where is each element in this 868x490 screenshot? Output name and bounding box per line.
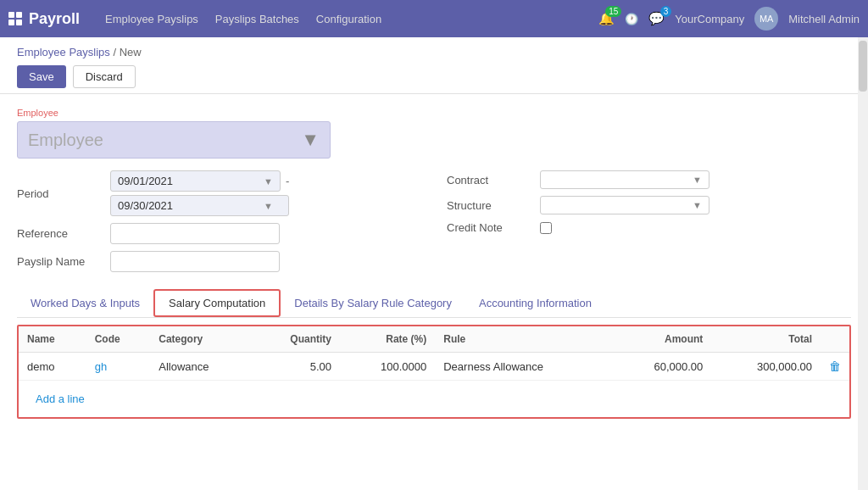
- credit-note-label: Credit Note: [447, 221, 531, 234]
- salary-computation-table: Name Code Category Quantity Rate (%) Rul…: [19, 326, 849, 417]
- contract-row: Contract ▼: [447, 170, 851, 189]
- reference-input[interactable]: [110, 223, 280, 244]
- tab-accounting-info[interactable]: Accounting Information: [465, 289, 605, 317]
- col-quantity: Quantity: [252, 326, 340, 353]
- clock-icon[interactable]: 🕐: [625, 13, 638, 25]
- cell-amount: 60,000.00: [612, 353, 712, 381]
- employee-field-group: Employee Employee ▼: [17, 108, 851, 159]
- cell-category: Allowance: [150, 353, 252, 381]
- save-button[interactable]: Save: [17, 65, 66, 88]
- nav-payslips-batches[interactable]: Payslips Batches: [215, 9, 299, 29]
- structure-row: Structure ▼: [447, 196, 851, 214]
- col-rate: Rate (%): [340, 326, 435, 353]
- cell-rate: 100.0000: [340, 353, 435, 381]
- grid-icon: [8, 12, 22, 25]
- discard-button[interactable]: Discard: [73, 65, 136, 88]
- contract-label: Contract: [447, 174, 531, 187]
- employee-label: Employee: [17, 108, 851, 118]
- company-name: YourCompany: [675, 13, 744, 25]
- period-start-input[interactable]: [118, 175, 260, 187]
- payslip-name-label: Payslip Name: [17, 255, 102, 268]
- user-name: Mitchell Admin: [788, 13, 860, 25]
- col-amount: Amount: [612, 326, 712, 353]
- scrollbar-track[interactable]: [858, 37, 868, 490]
- breadcrumb-parent[interactable]: Employee Payslips: [17, 46, 110, 58]
- period-label: Period: [17, 187, 102, 200]
- tab-worked-days[interactable]: Worked Days & Inputs: [17, 289, 153, 317]
- structure-dropdown-arrow: ▼: [693, 200, 702, 210]
- credit-note-checkbox[interactable]: [540, 222, 552, 234]
- left-column: Period ▼ - ▼ Ref: [17, 170, 421, 279]
- message-badge: 3: [660, 6, 672, 17]
- cell-delete[interactable]: 🗑: [821, 353, 849, 381]
- cell-rule: Dearness Allowance: [435, 353, 611, 381]
- reference-row: Reference: [17, 223, 421, 244]
- breadcrumb: Employee Payslips / New: [17, 46, 851, 58]
- nav-configuration[interactable]: Configuration: [316, 9, 381, 29]
- tab-salary-computation[interactable]: Salary Computation: [153, 289, 281, 317]
- scrollbar-thumb[interactable]: [859, 41, 867, 92]
- right-column: Contract ▼ Structure ▼ Credit Note: [447, 170, 851, 279]
- brand[interactable]: Payroll: [8, 10, 80, 28]
- credit-note-row: Credit Note: [447, 221, 851, 234]
- navbar-right: 🔔 15 🕐 💬 3 YourCompany MA Mitchell Admin: [598, 7, 860, 31]
- add-line-cell: Add a line: [19, 381, 849, 418]
- breadcrumb-current: New: [120, 46, 142, 58]
- add-line-button[interactable]: Add a line: [27, 387, 93, 410]
- main-content: Employee Employee ▼ Period ▼ -: [0, 94, 868, 490]
- tabs-area: Worked Days & Inputs Salary Computation …: [17, 289, 851, 318]
- payslip-name-input[interactable]: [110, 251, 280, 272]
- col-actions: [821, 326, 849, 353]
- reference-label: Reference: [17, 227, 102, 240]
- period-end-wrapper[interactable]: ▼: [110, 195, 289, 216]
- period-row: Period ▼ - ▼: [17, 170, 421, 216]
- notification-badge: 15: [605, 6, 621, 17]
- cell-code: gh: [86, 353, 151, 381]
- period-end-arrow: ▼: [264, 201, 273, 211]
- col-category: Category: [150, 326, 252, 353]
- action-buttons: Save Discard: [17, 65, 851, 88]
- cell-total: 300,000.00: [711, 353, 821, 381]
- salary-computation-table-container: Name Code Category Quantity Rate (%) Rul…: [17, 325, 851, 419]
- brand-title: Payroll: [29, 10, 80, 28]
- form-grid: Period ▼ - ▼ Ref: [17, 170, 851, 279]
- col-rule: Rule: [435, 326, 611, 353]
- col-name: Name: [19, 326, 86, 353]
- messages-icon[interactable]: 💬 3: [648, 11, 665, 26]
- table-header: Name Code Category Quantity Rate (%) Rul…: [19, 326, 849, 353]
- add-line-row: Add a line: [19, 381, 849, 418]
- contract-select[interactable]: ▼: [540, 170, 709, 189]
- nav-employee-payslips[interactable]: Employee Payslips: [105, 9, 198, 29]
- table-body: demo gh Allowance 5.00 100.0000 Dearness…: [19, 353, 849, 418]
- contract-dropdown-arrow: ▼: [693, 175, 702, 185]
- period-end-input[interactable]: [118, 199, 260, 212]
- breadcrumb-separator: /: [113, 46, 116, 58]
- period-start-arrow: ▼: [264, 176, 273, 187]
- tab-details-salary[interactable]: Details By Salary Rule Category: [281, 289, 465, 317]
- employee-value: Employee: [28, 131, 103, 150]
- col-total: Total: [711, 326, 821, 353]
- nav-links: Employee Payslips Payslips Batches Confi…: [105, 9, 581, 29]
- period-separator: -: [286, 175, 289, 187]
- table-header-row: Name Code Category Quantity Rate (%) Rul…: [19, 326, 849, 353]
- structure-select[interactable]: ▼: [540, 196, 709, 214]
- cell-name: demo: [19, 353, 86, 381]
- structure-label: Structure: [447, 199, 531, 212]
- employee-dropdown-arrow: ▼: [301, 129, 320, 151]
- cell-quantity: 5.00: [252, 353, 340, 381]
- employee-select[interactable]: Employee ▼: [17, 121, 331, 159]
- page-header: Employee Payslips / New Save Discard: [0, 37, 868, 94]
- table-row: demo gh Allowance 5.00 100.0000 Dearness…: [19, 353, 849, 381]
- navbar: Payroll Employee Payslips Payslips Batch…: [0, 0, 868, 37]
- bell-icon[interactable]: 🔔 15: [598, 11, 615, 26]
- avatar[interactable]: MA: [754, 7, 778, 31]
- col-code: Code: [86, 326, 151, 353]
- period-start-wrapper[interactable]: ▼: [110, 170, 281, 192]
- delete-icon[interactable]: 🗑: [829, 359, 841, 373]
- payslip-name-row: Payslip Name: [17, 251, 421, 272]
